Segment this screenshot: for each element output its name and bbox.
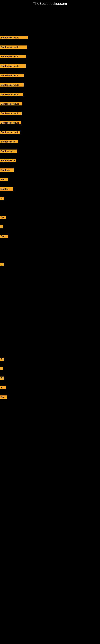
bottleneck-label: Bottleneck result <box>0 55 26 58</box>
bar-row: Bottleneck result <box>0 83 24 87</box>
bottleneck-label: E <box>0 376 3 380</box>
bar-row: Bo <box>0 396 7 400</box>
bottleneck-label: Bottleneck result <box>0 121 21 124</box>
bar-row: Bott <box>0 235 8 239</box>
bottleneck-label: Bottleneck result <box>0 64 26 68</box>
bottleneck-label: Bottleneck result <box>0 102 22 106</box>
bottleneck-label: Bottleneck result <box>0 130 20 134</box>
bottleneck-label: Bottleneck result <box>0 36 28 39</box>
bottleneck-label: Bottleneck result <box>0 93 23 96</box>
bottleneck-label: Bottleneck re <box>0 159 16 162</box>
bottleneck-label: Bottlene <box>0 168 14 172</box>
bar-row: Bottleneck result <box>0 112 22 116</box>
bar-row: Bot <box>0 178 8 182</box>
site-title: TheBottlenecker.com <box>0 0 100 8</box>
bar-row: E <box>0 358 3 362</box>
bar-row: Bottleneck result <box>0 121 21 125</box>
bottleneck-label: Bott <box>0 235 8 238</box>
bottleneck-label: E <box>0 358 3 361</box>
bar-row: Bottleneck re <box>0 150 17 154</box>
bottleneck-label: E <box>0 263 3 266</box>
bar-row: Bottleneck result <box>0 74 24 78</box>
bottleneck-label: Bottleneck result <box>0 83 24 86</box>
bottleneck-label: Bottlen <box>0 187 13 190</box>
bar-row: E <box>0 263 3 267</box>
bar-row: | <box>0 225 3 229</box>
bottleneck-label: Bo <box>0 216 6 219</box>
bottleneck-label: B <box>0 386 6 389</box>
bar-row: Bottleneck result <box>0 93 23 97</box>
bottleneck-label: Bottleneck re <box>0 150 17 153</box>
bottleneck-label: Bottleneck re <box>0 140 18 143</box>
bar-row: Bottleneck re <box>0 140 18 144</box>
bar-row: Bo <box>0 216 6 220</box>
bottleneck-label: | <box>0 225 3 228</box>
bar-row: Bottlen <box>0 187 13 192</box>
bar-row: | <box>0 367 3 371</box>
bottleneck-label: Bo <box>0 396 7 399</box>
bottleneck-label: Bot <box>0 178 8 181</box>
bar-row: Bottleneck result <box>0 102 22 106</box>
bottleneck-label: Bottleneck result <box>0 112 22 115</box>
bottleneck-label: B <box>0 197 4 200</box>
bar-row: E <box>0 376 3 380</box>
bar-row: Bottleneck result <box>0 46 27 50</box>
bar-row: Bottleneck result <box>0 36 28 40</box>
bar-row: B <box>0 197 4 201</box>
bottleneck-label: Bottleneck result <box>0 74 24 77</box>
bar-row: Bottleneck result <box>0 55 26 59</box>
bar-row: Bottlene <box>0 168 14 172</box>
bar-row: Bottleneck result <box>0 64 26 68</box>
bar-row: Bottleneck result <box>0 130 20 135</box>
bottleneck-label: Bottleneck result <box>0 46 27 49</box>
bottleneck-label: | <box>0 367 3 370</box>
bar-row: B <box>0 386 6 390</box>
bar-row: Bottleneck re <box>0 159 16 163</box>
